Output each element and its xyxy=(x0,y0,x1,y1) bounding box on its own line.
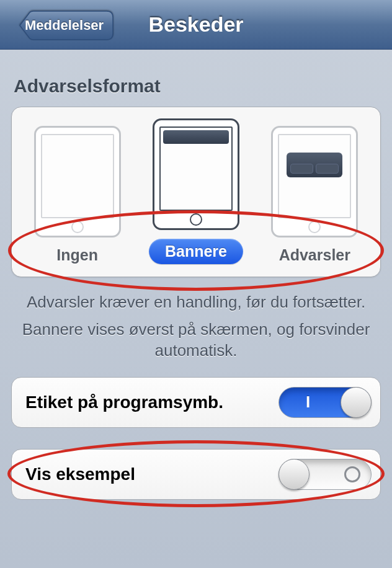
preview-row-wrap: Vis eksempel xyxy=(11,449,381,500)
alert-style-option-none[interactable]: Ingen xyxy=(18,126,136,264)
back-button[interactable]: Meddelelser xyxy=(9,10,114,41)
help-line-2: Bannere vises øverst på skærmen, og fors… xyxy=(17,319,375,362)
badge-toggle[interactable]: I xyxy=(278,387,372,418)
content-area: Advarselsformat Ingen xyxy=(0,50,392,500)
phone-preview-banners xyxy=(153,118,239,230)
alert-style-card: Ingen Bannere Advarsle xyxy=(11,107,381,277)
badge-label: Etiket på programsymb. xyxy=(25,393,223,412)
nav-bar: Meddelelser Beskeder xyxy=(0,0,392,50)
help-text: Advarsler kræver en handling, før du for… xyxy=(17,292,375,361)
back-button-label: Meddelelser xyxy=(25,17,104,33)
alert-style-label-none: Ingen xyxy=(56,246,98,264)
preview-row: Vis eksempel xyxy=(11,449,381,500)
alert-style-option-banners[interactable]: Bannere xyxy=(136,118,255,264)
alert-style-label-banners: Bannere xyxy=(149,239,243,264)
badge-row: Etiket på programsymb. I xyxy=(11,377,381,428)
alert-style-header: Advarselsformat xyxy=(14,76,378,97)
alert-style-option-alerts[interactable]: Advarsler xyxy=(256,126,374,264)
preview-toggle[interactable] xyxy=(278,459,372,490)
alert-style-row: Ingen Bannere Advarsle xyxy=(18,118,374,264)
phone-preview-none xyxy=(34,126,121,237)
phone-preview-alerts xyxy=(271,126,358,237)
page-title: Beskeder xyxy=(148,12,243,37)
toggle-on-text: I xyxy=(306,393,310,412)
alert-style-label-alerts: Advarsler xyxy=(279,246,350,264)
help-line-1: Advarsler kræver en handling, før du for… xyxy=(17,292,375,313)
preview-label: Vis eksempel xyxy=(25,464,135,484)
badge-row-wrap: Etiket på programsymb. I xyxy=(11,377,381,428)
